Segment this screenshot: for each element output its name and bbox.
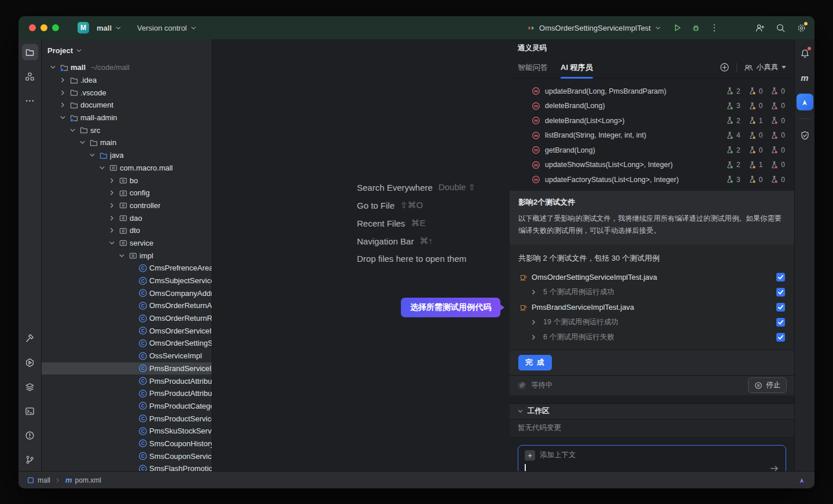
tree-item[interactable]: COmsOrderSettingSe [42,337,212,350]
tree-item[interactable]: CPmsBrandServiceIm [42,362,212,375]
run-configuration-selector[interactable]: OmsOrderSettingServiceImplTest [524,22,665,34]
tree-item[interactable]: controller [42,199,212,212]
tree-item[interactable]: main [42,136,212,149]
file-checkbox[interactable] [776,288,785,297]
tree-item[interactable]: COmsCompanyAddre [42,287,212,299]
file-checkbox[interactable] [776,318,785,327]
tree-item[interactable]: dao [42,212,212,224]
tree-item[interactable]: CPmsProductAttribut [42,375,212,387]
file-checkbox[interactable] [776,333,785,342]
workspace-header[interactable]: 工作区 [510,403,794,420]
vcs-menu[interactable]: Version control [134,21,201,35]
tree-item[interactable]: bo [42,174,212,187]
chevron-right-icon[interactable] [58,101,67,109]
close-button[interactable] [29,24,36,31]
settings-button[interactable] [795,21,808,34]
tree-item[interactable]: CSmsCouponHistory [42,438,212,450]
tree-item[interactable]: CPmsProductAttribut [42,387,212,400]
chevron-down-icon[interactable] [48,63,57,72]
chat-input[interactable]: + 添加上下文 [518,445,786,472]
ai-conversation[interactable]: mupdateBrand(Long, PmsBrandParam)200mdel… [510,79,794,471]
tree-item[interactable]: dto [42,224,212,237]
notifications-button[interactable] [797,45,813,61]
affected-file-row[interactable]: 5 个测试用例运行成功 [510,285,794,300]
tree-item[interactable]: .idea [42,74,212,87]
tool-run-button[interactable] [22,354,38,370]
tree-item[interactable]: .vscode [42,86,212,99]
more-actions-button[interactable]: ⋮ [708,21,721,34]
file-checkbox[interactable] [776,273,785,281]
tree-item[interactable]: COssServiceImpl [42,350,212,362]
project-switcher[interactable]: mall [93,21,126,35]
affected-file-row[interactable]: PmsBrandServiceImplTest.java [510,300,794,315]
search-everywhere-button[interactable] [774,21,787,34]
tree-item[interactable]: mall~/code/mall [42,61,212,74]
tool-more-button[interactable] [22,92,38,109]
tree-item[interactable]: CPmsProductService [42,412,212,425]
code-with-me-button[interactable] [753,21,766,34]
tree-item[interactable]: mall-admin [42,112,212,124]
file-checkbox[interactable] [776,303,785,312]
method-row[interactable]: mupdateFactoryStatus(List<Long>, Integer… [510,172,794,187]
chevron-down-icon[interactable] [58,113,67,122]
affected-file-row[interactable]: 19 个测试用例运行成功 [510,315,794,330]
tool-terminal-button[interactable] [22,403,38,419]
new-session-button[interactable] [720,62,729,72]
tongyi-lingma-button[interactable] [797,94,813,110]
done-button[interactable]: 完 成 [518,355,552,370]
chevron-right-icon[interactable] [107,188,116,197]
maximize-button[interactable] [52,24,59,31]
chevron-down-icon[interactable] [107,239,116,247]
run-button[interactable] [671,21,684,34]
tool-services-button[interactable] [22,379,38,395]
dependency-checker-button[interactable] [797,127,813,143]
tree-item[interactable]: java [42,149,212,162]
chevron-right-icon[interactable] [529,333,538,342]
tool-project-button[interactable] [22,44,38,60]
tree-item[interactable]: COmsOrderServiceIm [42,324,212,337]
chevron-right-icon[interactable] [58,88,67,97]
tree-item[interactable]: src [42,124,212,136]
user-menu[interactable]: 小真真 [744,62,787,72]
tree-item[interactable]: CSmsFlashPromotio [42,462,212,471]
chevron-right-icon[interactable] [107,176,116,185]
chevron-down-icon[interactable] [87,151,97,160]
tool-problems-button[interactable] [22,427,38,443]
project-panel-header[interactable]: Project [42,39,212,61]
tree-item[interactable]: CCmsPrefrenceAreaS [42,262,212,275]
chevron-down-icon[interactable] [78,138,87,147]
breadcrumb-module[interactable]: mall [27,476,50,484]
chevron-down-icon[interactable] [117,251,126,260]
chevron-right-icon[interactable] [107,201,116,210]
tool-git-button[interactable] [22,451,38,468]
breadcrumb-file[interactable]: m pom.xml [65,476,101,484]
tongyi-status-icon[interactable] [797,476,806,485]
tree-item[interactable]: config [42,187,212,199]
method-row[interactable]: mdeleteBrand(Long)300 [510,99,794,114]
stop-button[interactable]: 停止 [748,377,787,393]
tree-item[interactable]: CSmsCouponService [42,450,212,462]
chevron-down-icon[interactable] [68,126,77,135]
affected-file-row[interactable]: 6 个测试用例运行失败 [510,330,794,345]
send-button[interactable] [769,464,779,472]
chevron-right-icon[interactable] [529,288,538,297]
minimize-button[interactable] [40,24,47,31]
method-row[interactable]: mlistBrand(String, Integer, int, int)400 [510,128,794,143]
tool-structure-button[interactable] [22,68,38,84]
method-row[interactable]: mgetBrand(Long)200 [510,143,794,158]
maven-tool-button[interactable]: m [797,69,813,86]
method-row[interactable]: mupdateShowStatus(List<Long>, Integer)21… [510,158,794,173]
tab-ai-programmer[interactable]: AI 程序员 [561,57,593,79]
affected-file-row[interactable]: OmsOrderSettingServiceImplTest.java [510,270,794,285]
tree-item[interactable]: document [42,99,212,112]
chevron-right-icon[interactable] [107,214,116,223]
tree-item[interactable]: CCmsSubjectService [42,275,212,287]
method-row[interactable]: mupdateBrand(Long, PmsBrandParam)200 [510,84,794,99]
tab-smart-qa[interactable]: 智能问答 [518,57,548,79]
tree-item[interactable]: impl [42,249,212,262]
chevron-right-icon[interactable] [529,318,538,327]
tool-build-button[interactable] [22,330,38,346]
tree-item[interactable]: COmsOrderReturnRe [42,312,212,325]
tree-item[interactable]: com.macro.mall [42,162,212,175]
debug-button[interactable] [690,21,702,34]
